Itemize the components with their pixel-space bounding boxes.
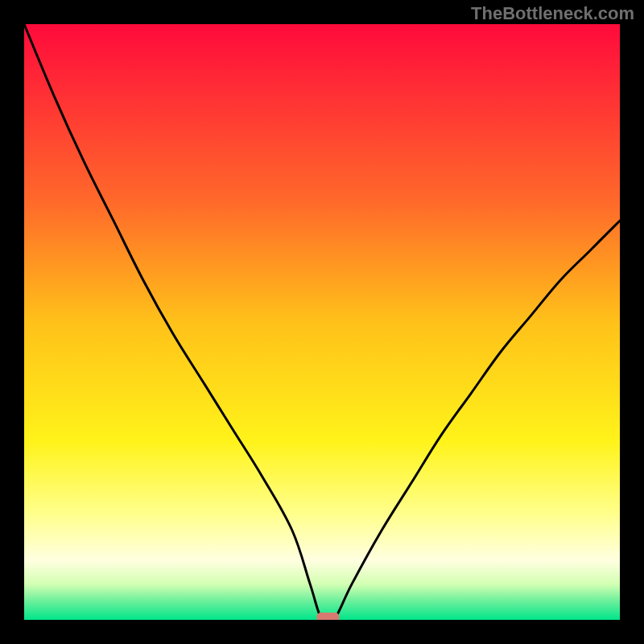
watermark-text: TheBottleneck.com — [471, 3, 634, 24]
chart-background — [24, 24, 620, 620]
optimum-marker — [316, 613, 339, 620]
chart-plot-area — [24, 24, 620, 620]
chart-frame: TheBottleneck.com — [0, 0, 644, 644]
